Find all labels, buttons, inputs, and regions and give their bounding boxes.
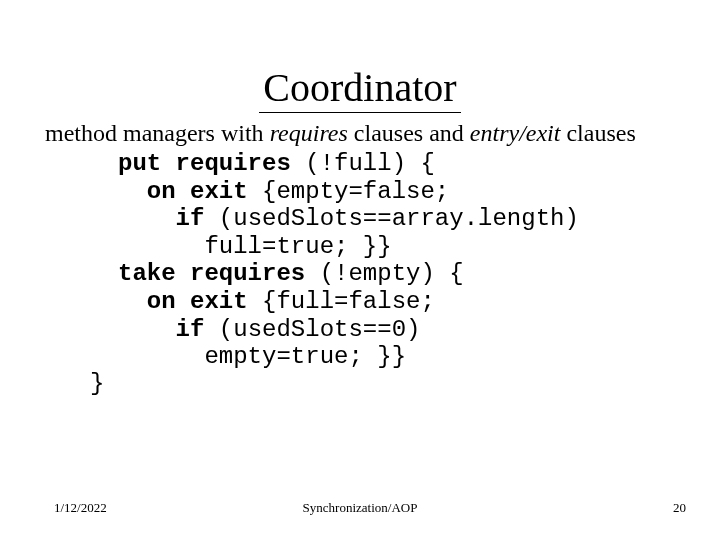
code-l4: full=true; }} — [118, 233, 392, 260]
code-l1-kw: put requires — [118, 150, 291, 177]
code-l7-kw: if — [118, 316, 204, 343]
code-l2-kw: on exit — [118, 178, 248, 205]
subtitle-italic1: requires — [270, 120, 348, 146]
code-closing-brace: } — [90, 370, 104, 397]
subtitle-part3: clauses — [560, 120, 635, 146]
subtitle-part1: method managers with — [45, 120, 270, 146]
slide-subtitle: method managers with requires clauses an… — [45, 120, 636, 147]
code-block: put requires (!full) { on exit {empty=fa… — [118, 150, 579, 371]
code-l8: empty=true; }} — [118, 343, 406, 370]
code-l3-rest: (usedSlots==array.length) — [204, 205, 578, 232]
code-l2-rest: {empty=false; — [248, 178, 450, 205]
footer-page-number: 20 — [673, 500, 686, 516]
subtitle-part2: clauses and — [348, 120, 470, 146]
code-l6-kw: on exit — [118, 288, 248, 315]
slide-title: Coordinator — [0, 64, 720, 111]
subtitle-italic2: entry/exit — [470, 120, 561, 146]
code-l3-kw: if — [118, 205, 204, 232]
footer-topic: Synchronization/AOP — [0, 500, 720, 516]
slide: Coordinator method managers with require… — [0, 0, 720, 540]
code-l5-rest: (!empty) { — [305, 260, 463, 287]
code-l1-rest: (!full) { — [291, 150, 435, 177]
title-underline — [259, 112, 461, 113]
code-l6-rest: {full=false; — [248, 288, 435, 315]
code-l7-rest: (usedSlots==0) — [204, 316, 420, 343]
code-l5-kw: take requires — [118, 260, 305, 287]
